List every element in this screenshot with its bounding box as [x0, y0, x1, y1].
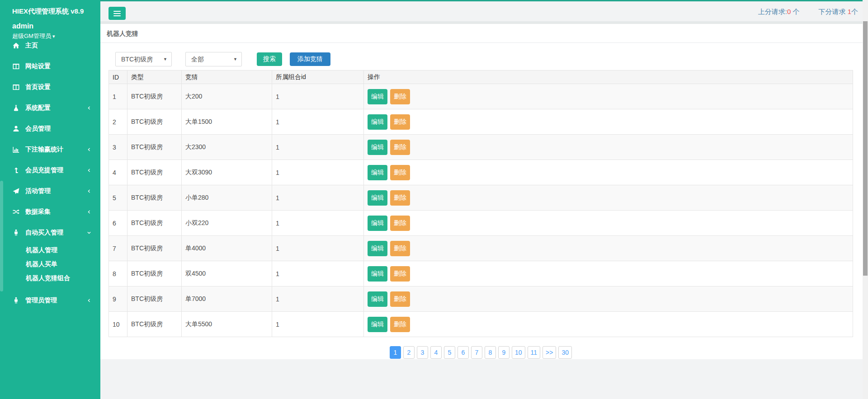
add-guess-button[interactable]: 添加竞猜 [290, 52, 330, 66]
edit-button[interactable]: 编辑 [368, 140, 387, 155]
page-button-10[interactable]: 10 [512, 346, 525, 359]
chevron-left-icon [87, 168, 91, 173]
sidebar: HIEX代理管理系统 v8.9 admin 超级GM管理员▾ 主页 网站设置 首… [0, 0, 100, 399]
columns-icon [12, 63, 20, 70]
sidebar-item-activity-management[interactable]: 活动管理 [0, 181, 100, 202]
page-scrollbar-track[interactable] [863, 0, 868, 399]
down-request-count: 1 [848, 8, 851, 15]
user-icon [12, 125, 20, 132]
table-row: 10 BTC初级房 大单5500 1 编辑删除 [109, 312, 853, 337]
filter-row: BTC初级房 ▼ 全部 ▼ 搜索 添加竞猜 [108, 52, 853, 66]
hamburger-icon [113, 11, 121, 12]
edit-button[interactable]: 编辑 [368, 241, 387, 256]
edit-button[interactable]: 编辑 [368, 190, 387, 206]
page-button-last[interactable]: 30 [558, 346, 572, 359]
person-icon [12, 297, 20, 304]
page-button-7[interactable]: 7 [471, 346, 482, 359]
page-button-9[interactable]: 9 [498, 346, 509, 359]
chevron-left-icon [87, 147, 91, 152]
sidebar-item-admin-management[interactable]: 管理员管理 [0, 290, 100, 311]
user-name: admin [12, 22, 100, 30]
sidebar-subitem-robot-guess-combo[interactable]: 机器人竞猜组合 [0, 271, 100, 285]
page-button-11[interactable]: 11 [528, 346, 541, 359]
page-button-5[interactable]: 5 [444, 346, 455, 359]
down-request-link[interactable]: 下分请求 1个 [818, 8, 858, 16]
app-title: HIEX代理管理系统 v8.9 [12, 7, 100, 16]
delete-button[interactable]: 删除 [390, 165, 410, 180]
table-row: 6 BTC初级房 小双220 1 编辑删除 [109, 211, 853, 236]
chevron-left-icon [87, 189, 91, 193]
paper-plane-icon [12, 188, 20, 195]
sidebar-item-site-settings[interactable]: 网站设置 [0, 56, 100, 77]
sidebar-item-auto-buy-management[interactable]: 自动买入管理 [0, 222, 100, 243]
sidebar-submenu: 机器人管理 机器人买单 机器人竞猜组合 [0, 243, 100, 285]
edit-button[interactable]: 编辑 [368, 216, 387, 231]
page-button-2[interactable]: 2 [403, 346, 415, 359]
edit-button[interactable]: 编辑 [368, 89, 387, 104]
table-row: 5 BTC初级房 小单280 1 编辑删除 [109, 185, 853, 211]
level-up-icon [12, 167, 20, 174]
sidebar-item-bet-statistics[interactable]: 下注输赢统计 [0, 139, 100, 160]
select-arrow-icon: ▼ [233, 52, 237, 66]
menu-gap [0, 285, 100, 290]
sidebar-submenu-wrap: 机器人管理 机器人买单 机器人竞猜组合 [0, 243, 100, 285]
topbar: 上分请求:0 个 下分请求 1个 [100, 0, 863, 21]
main-panel: 机器人竞猜 BTC初级房 ▼ 全部 ▼ 搜索 添加竞猜 ID 类型 竞猜 所属组… [100, 24, 863, 359]
sidebar-toggle-button[interactable] [108, 7, 126, 20]
sidebar-menu: 主页 网站设置 首页设置 系统配置 会员管理 下注输赢统计 会员充提管理 [0, 35, 100, 311]
sidebar-item-system-config[interactable]: 系统配置 [0, 98, 100, 118]
page-button-3[interactable]: 3 [417, 346, 428, 359]
chevron-left-icon [87, 298, 91, 303]
edit-button[interactable]: 编辑 [368, 165, 387, 180]
sidebar-subitem-robot-orders[interactable]: 机器人买单 [0, 257, 100, 271]
page-button-1[interactable]: 1 [390, 346, 401, 359]
sidebar-item-recharge-management[interactable]: 会员充提管理 [0, 160, 100, 181]
delete-button[interactable]: 删除 [390, 266, 410, 282]
delete-button[interactable]: 删除 [390, 291, 410, 307]
table-row: 4 BTC初级房 大双3090 1 编辑删除 [109, 160, 853, 185]
col-header-action: 操作 [364, 70, 853, 84]
edit-button[interactable]: 编辑 [368, 317, 387, 332]
delete-button[interactable]: 删除 [390, 317, 410, 332]
sidebar-header: HIEX代理管理系统 v8.9 admin 超级GM管理员▾ [0, 0, 100, 40]
sidebar-item-data-collection[interactable]: 数据采集 [0, 202, 100, 222]
edit-button[interactable]: 编辑 [368, 291, 387, 307]
table-row: 8 BTC初级房 双4500 1 编辑删除 [109, 261, 853, 286]
sidebar-subitem-robot-management[interactable]: 机器人管理 [0, 243, 100, 257]
sidebar-scrollbar[interactable] [0, 181, 3, 291]
columns-icon [12, 84, 20, 91]
table-row: 2 BTC初级房 大单1500 1 编辑删除 [109, 109, 853, 135]
page-button-4[interactable]: 4 [430, 346, 442, 359]
page-button-6[interactable]: 6 [458, 346, 469, 359]
guess-type-select[interactable]: 全部 ▼ [185, 52, 242, 66]
edit-button[interactable]: 编辑 [368, 114, 387, 130]
chevron-left-icon [87, 210, 91, 214]
up-request-link[interactable]: 上分请求:0 个 [758, 8, 800, 16]
delete-button[interactable]: 删除 [390, 190, 410, 206]
pagination: 1 2 3 4 5 6 7 8 9 10 11 >> 30 [108, 346, 853, 359]
room-type-select[interactable]: BTC初级房 ▼ [115, 52, 172, 66]
table-row: 1 BTC初级房 大200 1 编辑删除 [109, 84, 853, 109]
sidebar-item-home[interactable]: 主页 [0, 35, 100, 56]
col-header-guess: 竞猜 [182, 70, 272, 84]
delete-button[interactable]: 删除 [390, 241, 410, 256]
page-button-next[interactable]: >> [542, 346, 556, 359]
person-icon [12, 229, 20, 236]
page-scrollbar-thumb[interactable] [863, 21, 868, 276]
table-row: 9 BTC初级房 单7000 1 编辑删除 [109, 286, 853, 312]
edit-button[interactable]: 编辑 [368, 266, 387, 282]
delete-button[interactable]: 删除 [390, 216, 410, 231]
col-header-type: 类型 [127, 70, 182, 84]
delete-button[interactable]: 删除 [390, 140, 410, 155]
delete-button[interactable]: 删除 [390, 89, 410, 104]
search-button[interactable]: 搜索 [257, 52, 282, 66]
table-row: 3 BTC初级房 大2300 1 编辑删除 [109, 135, 853, 160]
page-button-8[interactable]: 8 [485, 346, 496, 359]
home-icon [12, 42, 20, 49]
panel-body: BTC初级房 ▼ 全部 ▼ 搜索 添加竞猜 ID 类型 竞猜 所属组合id 操作 [100, 43, 863, 359]
chevron-down-icon [87, 230, 91, 235]
sidebar-item-homepage-settings[interactable]: 首页设置 [0, 77, 100, 98]
delete-button[interactable]: 删除 [390, 114, 410, 130]
sidebar-item-member-management[interactable]: 会员管理 [0, 118, 100, 139]
page-title: 机器人竞猜 [100, 24, 863, 43]
